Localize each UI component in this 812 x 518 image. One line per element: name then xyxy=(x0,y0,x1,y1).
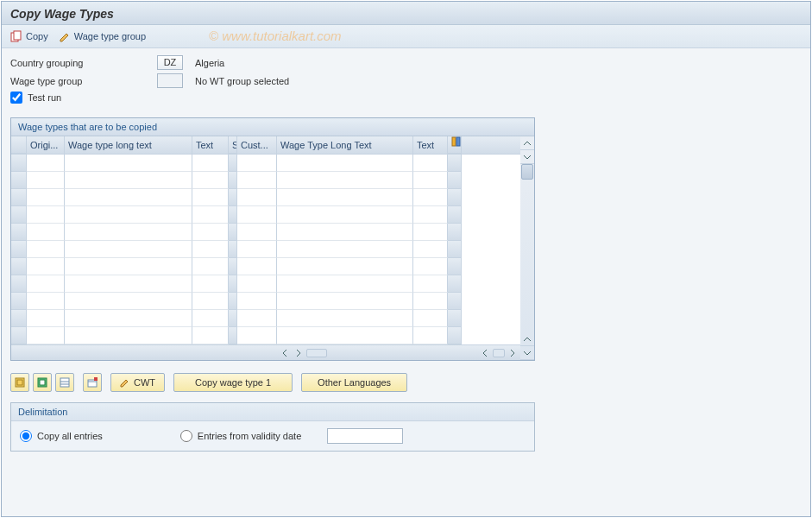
row-selector[interactable] xyxy=(11,172,27,189)
scroll-up-icon[interactable] xyxy=(520,136,534,150)
test-run-checkbox-wrap[interactable]: Test run xyxy=(10,92,61,104)
hscroll-track-right[interactable] xyxy=(493,349,505,357)
row-selector[interactable] xyxy=(11,224,27,241)
cell-wage-type-long-text-2[interactable] xyxy=(277,293,413,310)
col-header-wage-type-long-text[interactable]: Wage type long text xyxy=(65,136,192,154)
entries-from-date-radio[interactable] xyxy=(180,430,192,442)
cell-text-2[interactable] xyxy=(413,258,448,275)
cell-wage-type-long-text[interactable] xyxy=(65,172,192,189)
cell-text[interactable] xyxy=(192,241,229,258)
cell-wage-type-long-text[interactable] xyxy=(65,275,192,293)
cell-text[interactable] xyxy=(192,189,229,206)
cell-cust[interactable] xyxy=(237,241,277,258)
cell-wage-type-long-text[interactable] xyxy=(65,189,192,206)
cell-s[interactable] xyxy=(229,310,237,327)
cell-text[interactable] xyxy=(192,224,229,241)
cell-text-2[interactable] xyxy=(413,275,448,293)
cell-s[interactable] xyxy=(229,241,237,258)
cell-cust[interactable] xyxy=(237,189,277,206)
cell-wage-type-long-text-2[interactable] xyxy=(277,241,413,258)
row-selector[interactable] xyxy=(11,155,27,172)
cell-cust[interactable] xyxy=(237,327,277,344)
cell-text[interactable] xyxy=(192,172,229,189)
cell-text-2[interactable] xyxy=(413,206,448,224)
row-selector[interactable] xyxy=(11,258,27,275)
cell-text-2[interactable] xyxy=(413,172,448,189)
cell-text-2[interactable] xyxy=(413,293,448,310)
cell-s[interactable] xyxy=(229,275,237,293)
table-row[interactable] xyxy=(11,293,520,310)
cell-cust[interactable] xyxy=(237,206,277,224)
entries-from-date-radio-wrap[interactable]: Entries from validity date xyxy=(180,430,301,442)
row-selector[interactable] xyxy=(11,275,27,293)
cell-wage-type-long-text[interactable] xyxy=(65,224,192,241)
country-grouping-field[interactable]: DZ xyxy=(157,55,183,70)
scroll-left-icon[interactable] xyxy=(279,347,291,359)
cell-wage-type-long-text[interactable] xyxy=(65,241,192,258)
cell-origi[interactable] xyxy=(27,241,65,258)
scroll-down-icon-2[interactable] xyxy=(520,346,534,360)
cell-wage-type-long-text[interactable] xyxy=(65,293,192,310)
row-selector[interactable] xyxy=(11,206,27,224)
wage-type-group-button[interactable]: Wage type group xyxy=(59,30,146,42)
hscroll-track-left[interactable] xyxy=(306,349,327,357)
cell-origi[interactable] xyxy=(27,293,65,310)
other-languages-button[interactable]: Other Languages xyxy=(301,373,407,392)
scroll-down-icon[interactable] xyxy=(520,150,534,164)
vertical-scrollbar[interactable] xyxy=(520,136,534,360)
table-row[interactable] xyxy=(11,172,520,189)
delete-row-button[interactable] xyxy=(83,373,102,392)
cell-cust[interactable] xyxy=(237,155,277,172)
copy-all-entries-radio[interactable] xyxy=(20,430,32,442)
cell-cust[interactable] xyxy=(237,275,277,293)
cell-text-2[interactable] xyxy=(413,310,448,327)
table-row[interactable] xyxy=(11,224,520,241)
cell-wage-type-long-text-2[interactable] xyxy=(277,275,413,293)
cell-origi[interactable] xyxy=(27,155,65,172)
cell-s[interactable] xyxy=(229,172,237,189)
grid-configure-button[interactable] xyxy=(448,136,462,154)
col-header-s[interactable]: S xyxy=(229,136,237,154)
cell-text-2[interactable] xyxy=(413,224,448,241)
cell-origi[interactable] xyxy=(27,275,65,293)
table-row[interactable] xyxy=(11,189,520,206)
cell-s[interactable] xyxy=(229,189,237,206)
col-header-cust[interactable]: Cust... xyxy=(237,136,277,154)
cell-text[interactable] xyxy=(192,206,229,224)
cell-text[interactable] xyxy=(192,310,229,327)
col-header-text[interactable]: Text xyxy=(192,136,229,154)
cell-text-2[interactable] xyxy=(413,327,448,344)
table-row[interactable] xyxy=(11,275,520,293)
cell-s[interactable] xyxy=(229,293,237,310)
cell-cust[interactable] xyxy=(237,224,277,241)
scroll-right-icon[interactable] xyxy=(293,347,305,359)
validity-date-field[interactable] xyxy=(327,428,403,444)
cell-text-2[interactable] xyxy=(413,241,448,258)
cell-text[interactable] xyxy=(192,327,229,344)
cell-wage-type-long-text-2[interactable] xyxy=(277,310,413,327)
cell-wage-type-long-text[interactable] xyxy=(65,206,192,224)
cell-s[interactable] xyxy=(229,206,237,224)
row-selector[interactable] xyxy=(11,293,27,310)
cell-wage-type-long-text[interactable] xyxy=(65,310,192,327)
cell-text-2[interactable] xyxy=(413,189,448,206)
wage-type-group-field[interactable] xyxy=(157,73,183,88)
scroll-left-icon-2[interactable] xyxy=(479,347,491,359)
copy-all-entries-radio-wrap[interactable]: Copy all entries xyxy=(20,430,103,442)
table-row[interactable] xyxy=(11,258,520,275)
cell-wage-type-long-text-2[interactable] xyxy=(277,172,413,189)
cell-origi[interactable] xyxy=(27,327,65,344)
cell-text[interactable] xyxy=(192,293,229,310)
cell-text[interactable] xyxy=(192,258,229,275)
cell-wage-type-long-text-2[interactable] xyxy=(277,224,413,241)
cell-s[interactable] xyxy=(229,155,237,172)
cell-origi[interactable] xyxy=(27,189,65,206)
cell-cust[interactable] xyxy=(237,293,277,310)
cell-s[interactable] xyxy=(229,224,237,241)
row-selector[interactable] xyxy=(11,241,27,258)
cell-origi[interactable] xyxy=(27,224,65,241)
cell-wage-type-long-text[interactable] xyxy=(65,327,192,344)
col-header-text-2[interactable]: Text xyxy=(413,136,448,154)
cell-text[interactable] xyxy=(192,155,229,172)
table-settings-button[interactable] xyxy=(55,373,74,392)
